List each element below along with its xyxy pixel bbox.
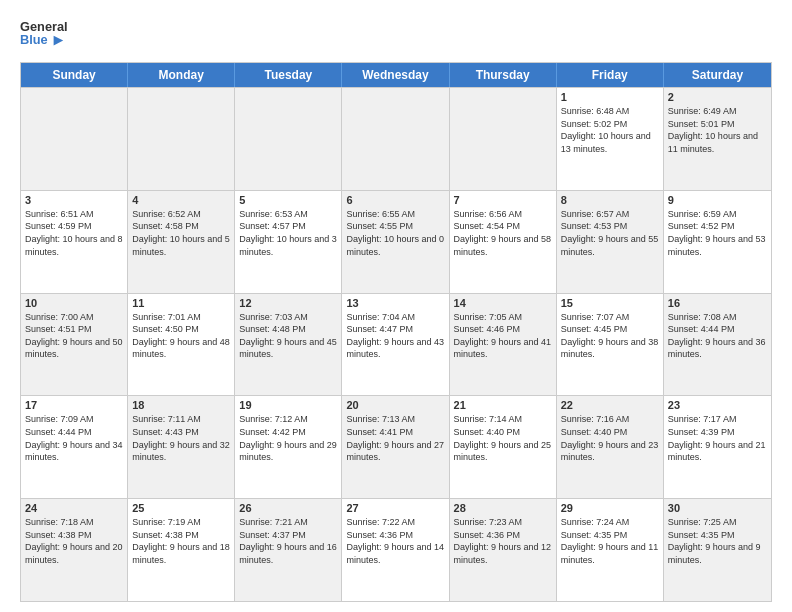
day-number: 15: [561, 297, 659, 309]
day-number: 20: [346, 399, 444, 411]
header-day-tuesday: Tuesday: [235, 63, 342, 87]
day-cell-7: 7Sunrise: 6:56 AM Sunset: 4:54 PM Daylig…: [450, 191, 557, 293]
day-number: 26: [239, 502, 337, 514]
day-number: 16: [668, 297, 767, 309]
day-cell-21: 21Sunrise: 7:14 AM Sunset: 4:40 PM Dayli…: [450, 396, 557, 498]
day-cell-3: 3Sunrise: 6:51 AM Sunset: 4:59 PM Daylig…: [21, 191, 128, 293]
day-cell-10: 10Sunrise: 7:00 AM Sunset: 4:51 PM Dayli…: [21, 294, 128, 396]
day-info: Sunrise: 7:07 AM Sunset: 4:45 PM Dayligh…: [561, 311, 659, 361]
day-cell-8: 8Sunrise: 6:57 AM Sunset: 4:53 PM Daylig…: [557, 191, 664, 293]
day-number: 24: [25, 502, 123, 514]
empty-cell: [21, 88, 128, 190]
day-info: Sunrise: 6:49 AM Sunset: 5:01 PM Dayligh…: [668, 105, 767, 155]
day-info: Sunrise: 7:21 AM Sunset: 4:37 PM Dayligh…: [239, 516, 337, 566]
day-number: 18: [132, 399, 230, 411]
day-info: Sunrise: 7:05 AM Sunset: 4:46 PM Dayligh…: [454, 311, 552, 361]
day-number: 28: [454, 502, 552, 514]
day-info: Sunrise: 6:59 AM Sunset: 4:52 PM Dayligh…: [668, 208, 767, 258]
day-number: 2: [668, 91, 767, 103]
day-info: Sunrise: 7:01 AM Sunset: 4:50 PM Dayligh…: [132, 311, 230, 361]
day-cell-22: 22Sunrise: 7:16 AM Sunset: 4:40 PM Dayli…: [557, 396, 664, 498]
day-cell-12: 12Sunrise: 7:03 AM Sunset: 4:48 PM Dayli…: [235, 294, 342, 396]
day-info: Sunrise: 7:12 AM Sunset: 4:42 PM Dayligh…: [239, 413, 337, 463]
calendar: SundayMondayTuesdayWednesdayThursdayFrid…: [20, 62, 772, 602]
day-number: 3: [25, 194, 123, 206]
day-cell-26: 26Sunrise: 7:21 AM Sunset: 4:37 PM Dayli…: [235, 499, 342, 601]
day-cell-2: 2Sunrise: 6:49 AM Sunset: 5:01 PM Daylig…: [664, 88, 771, 190]
day-cell-29: 29Sunrise: 7:24 AM Sunset: 4:35 PM Dayli…: [557, 499, 664, 601]
day-cell-17: 17Sunrise: 7:09 AM Sunset: 4:44 PM Dayli…: [21, 396, 128, 498]
day-cell-28: 28Sunrise: 7:23 AM Sunset: 4:36 PM Dayli…: [450, 499, 557, 601]
empty-cell: [450, 88, 557, 190]
calendar-row-3: 17Sunrise: 7:09 AM Sunset: 4:44 PM Dayli…: [21, 395, 771, 498]
header-day-sunday: Sunday: [21, 63, 128, 87]
day-cell-13: 13Sunrise: 7:04 AM Sunset: 4:47 PM Dayli…: [342, 294, 449, 396]
header-day-saturday: Saturday: [664, 63, 771, 87]
calendar-header: SundayMondayTuesdayWednesdayThursdayFrid…: [21, 63, 771, 87]
day-number: 8: [561, 194, 659, 206]
empty-cell: [128, 88, 235, 190]
day-info: Sunrise: 6:52 AM Sunset: 4:58 PM Dayligh…: [132, 208, 230, 258]
day-info: Sunrise: 7:04 AM Sunset: 4:47 PM Dayligh…: [346, 311, 444, 361]
day-info: Sunrise: 7:14 AM Sunset: 4:40 PM Dayligh…: [454, 413, 552, 463]
svg-marker-2: [54, 36, 64, 46]
day-cell-30: 30Sunrise: 7:25 AM Sunset: 4:35 PM Dayli…: [664, 499, 771, 601]
day-info: Sunrise: 7:13 AM Sunset: 4:41 PM Dayligh…: [346, 413, 444, 463]
day-number: 14: [454, 297, 552, 309]
day-number: 25: [132, 502, 230, 514]
day-info: Sunrise: 6:57 AM Sunset: 4:53 PM Dayligh…: [561, 208, 659, 258]
day-cell-23: 23Sunrise: 7:17 AM Sunset: 4:39 PM Dayli…: [664, 396, 771, 498]
day-number: 17: [25, 399, 123, 411]
day-info: Sunrise: 7:16 AM Sunset: 4:40 PM Dayligh…: [561, 413, 659, 463]
day-info: Sunrise: 7:25 AM Sunset: 4:35 PM Dayligh…: [668, 516, 767, 566]
day-number: 21: [454, 399, 552, 411]
empty-cell: [342, 88, 449, 190]
day-cell-19: 19Sunrise: 7:12 AM Sunset: 4:42 PM Dayli…: [235, 396, 342, 498]
day-info: Sunrise: 7:24 AM Sunset: 4:35 PM Dayligh…: [561, 516, 659, 566]
day-cell-27: 27Sunrise: 7:22 AM Sunset: 4:36 PM Dayli…: [342, 499, 449, 601]
day-number: 19: [239, 399, 337, 411]
day-info: Sunrise: 6:56 AM Sunset: 4:54 PM Dayligh…: [454, 208, 552, 258]
day-info: Sunrise: 7:11 AM Sunset: 4:43 PM Dayligh…: [132, 413, 230, 463]
logo-svg: General Blue: [20, 16, 68, 54]
header-day-monday: Monday: [128, 63, 235, 87]
day-number: 11: [132, 297, 230, 309]
svg-text:Blue: Blue: [20, 32, 48, 47]
day-info: Sunrise: 7:23 AM Sunset: 4:36 PM Dayligh…: [454, 516, 552, 566]
day-cell-11: 11Sunrise: 7:01 AM Sunset: 4:50 PM Dayli…: [128, 294, 235, 396]
header-day-wednesday: Wednesday: [342, 63, 449, 87]
day-info: Sunrise: 7:09 AM Sunset: 4:44 PM Dayligh…: [25, 413, 123, 463]
day-info: Sunrise: 7:00 AM Sunset: 4:51 PM Dayligh…: [25, 311, 123, 361]
day-cell-16: 16Sunrise: 7:08 AM Sunset: 4:44 PM Dayli…: [664, 294, 771, 396]
day-number: 13: [346, 297, 444, 309]
day-cell-1: 1Sunrise: 6:48 AM Sunset: 5:02 PM Daylig…: [557, 88, 664, 190]
day-cell-15: 15Sunrise: 7:07 AM Sunset: 4:45 PM Dayli…: [557, 294, 664, 396]
header-day-thursday: Thursday: [450, 63, 557, 87]
day-number: 27: [346, 502, 444, 514]
day-info: Sunrise: 6:48 AM Sunset: 5:02 PM Dayligh…: [561, 105, 659, 155]
day-info: Sunrise: 7:19 AM Sunset: 4:38 PM Dayligh…: [132, 516, 230, 566]
day-number: 23: [668, 399, 767, 411]
day-cell-20: 20Sunrise: 7:13 AM Sunset: 4:41 PM Dayli…: [342, 396, 449, 498]
day-info: Sunrise: 7:18 AM Sunset: 4:38 PM Dayligh…: [25, 516, 123, 566]
day-number: 10: [25, 297, 123, 309]
day-info: Sunrise: 7:08 AM Sunset: 4:44 PM Dayligh…: [668, 311, 767, 361]
empty-cell: [235, 88, 342, 190]
day-number: 22: [561, 399, 659, 411]
day-number: 5: [239, 194, 337, 206]
day-number: 29: [561, 502, 659, 514]
day-number: 9: [668, 194, 767, 206]
header: General Blue: [20, 16, 772, 54]
day-number: 30: [668, 502, 767, 514]
page: General Blue SundayMondayTuesdayWednesda…: [0, 0, 792, 612]
day-cell-14: 14Sunrise: 7:05 AM Sunset: 4:46 PM Dayli…: [450, 294, 557, 396]
calendar-row-0: 1Sunrise: 6:48 AM Sunset: 5:02 PM Daylig…: [21, 87, 771, 190]
day-cell-6: 6Sunrise: 6:55 AM Sunset: 4:55 PM Daylig…: [342, 191, 449, 293]
day-info: Sunrise: 7:22 AM Sunset: 4:36 PM Dayligh…: [346, 516, 444, 566]
day-info: Sunrise: 6:51 AM Sunset: 4:59 PM Dayligh…: [25, 208, 123, 258]
day-cell-9: 9Sunrise: 6:59 AM Sunset: 4:52 PM Daylig…: [664, 191, 771, 293]
header-day-friday: Friday: [557, 63, 664, 87]
day-cell-25: 25Sunrise: 7:19 AM Sunset: 4:38 PM Dayli…: [128, 499, 235, 601]
day-number: 1: [561, 91, 659, 103]
day-number: 7: [454, 194, 552, 206]
